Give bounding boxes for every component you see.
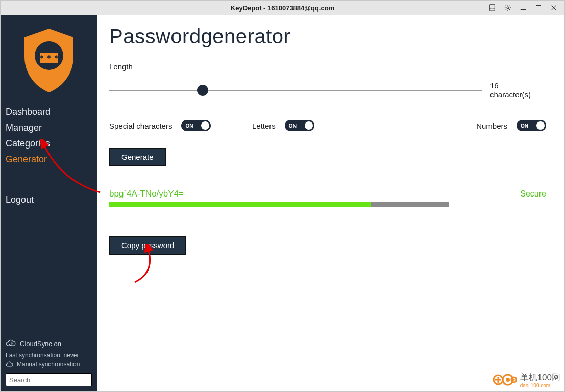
page-title: Passwordgenerator [109, 25, 546, 48]
cloud-small-icon [6, 361, 14, 368]
close-icon[interactable] [550, 4, 557, 11]
cloudsync-label: CloudSync on [20, 340, 61, 348]
letters-toggle[interactable]: ON [285, 120, 314, 131]
letters-label: Letters [252, 121, 276, 130]
maximize-icon[interactable] [535, 4, 542, 11]
main-content: Passwordgenerator Length 16 character(s) [97, 15, 564, 391]
strength-status: Secure [520, 189, 546, 199]
special-chars-toggle[interactable]: ON [181, 120, 211, 131]
manual-sync-button[interactable]: Manual synchronsation [6, 361, 92, 368]
pdf-icon[interactable]: PDF [489, 4, 496, 11]
length-value: 16 [490, 81, 499, 90]
generate-button[interactable]: Generate [109, 148, 166, 166]
cloudsync-status: CloudSync on [6, 338, 92, 349]
last-sync-text: Last synchronsation: never [6, 352, 92, 359]
svg-text:＊＊＊: ＊＊＊ [38, 54, 60, 62]
sidebar: ＊＊＊ Dashboard Manager Categories Generat… [1, 15, 97, 391]
minimize-icon[interactable] [520, 4, 527, 11]
svg-line-8 [509, 9, 510, 10]
manual-sync-label: Manual synchronsation [17, 361, 80, 368]
sidebar-item-categories[interactable]: Categories [6, 136, 97, 152]
sidebar-item-logout[interactable]: Logout [6, 192, 97, 208]
search-box[interactable] [6, 373, 92, 386]
svg-line-10 [509, 6, 510, 6]
svg-point-2 [507, 7, 509, 9]
numbers-label: Numbers [476, 121, 507, 130]
sidebar-item-manager[interactable]: Manager [6, 120, 97, 136]
special-chars-label: Special characters [109, 121, 172, 130]
sidebar-item-dashboard[interactable]: Dashboard [6, 104, 97, 120]
slider-thumb[interactable] [197, 85, 208, 96]
copy-password-button[interactable]: Copy password [109, 236, 186, 255]
cloud-icon [6, 338, 16, 349]
length-unit: character(s) [490, 90, 531, 99]
generated-password: bpg`4A-TNo/ybY4= [109, 189, 184, 199]
svg-line-7 [506, 6, 506, 6]
length-slider[interactable] [109, 84, 482, 96]
strength-bar [109, 202, 449, 207]
app-logo: ＊＊＊ [1, 15, 97, 104]
sidebar-item-generator[interactable]: Generator [6, 152, 97, 167]
svg-text:PDF: PDF [490, 7, 495, 10]
svg-line-9 [506, 9, 506, 10]
numbers-toggle[interactable]: ON [517, 120, 546, 131]
gear-icon[interactable] [504, 4, 511, 11]
svg-rect-12 [536, 6, 541, 10]
length-label: Length [109, 62, 546, 71]
titlebar: KeyDepot - 1610073884@qq.com PDF [1, 1, 564, 15]
search-input[interactable] [9, 376, 95, 384]
window-title: KeyDepot - 1610073884@qq.com [231, 4, 334, 12]
